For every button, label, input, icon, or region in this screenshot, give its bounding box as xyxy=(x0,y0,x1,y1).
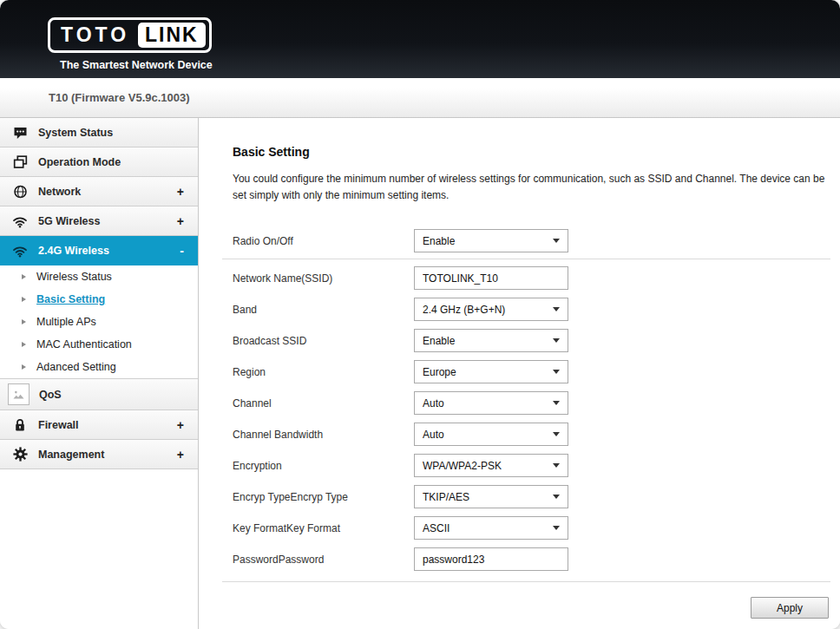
sidebar-item-label: 5G Wireless xyxy=(38,215,177,227)
subitem-label: MAC Authentication xyxy=(36,338,132,351)
expander-plus-icon: + xyxy=(177,185,186,199)
section-divider xyxy=(222,259,830,259)
sidebar-item-label: 2.4G Wireless xyxy=(38,245,180,257)
lock-icon xyxy=(11,418,29,432)
key-format-dropdown[interactable]: ASCII xyxy=(414,516,568,540)
sidebar-subitem-adanced-setting[interactable]: Adanced Setting xyxy=(0,356,198,378)
form-row-band: Band 2.4 GHz (B+G+N) xyxy=(233,298,568,321)
sidebar-nav: System Status Operation Mode Network + xyxy=(0,118,199,629)
form-row-channel-bandwidth: Channel Bandwidth Auto xyxy=(233,423,568,446)
radio-on-off-dropdown[interactable]: Enable xyxy=(414,229,568,252)
sidebar-subitem-mac-authentication[interactable]: MAC Authentication xyxy=(0,333,198,356)
sidebar-item-label: Network xyxy=(38,186,177,198)
sidebar-subitem-multiple-aps[interactable]: Multiple APs xyxy=(0,311,198,333)
sidebar-item-label: QoS xyxy=(39,389,184,401)
expander-minus-icon: - xyxy=(180,244,186,258)
chevron-down-icon xyxy=(553,526,560,534)
dropdown-value: Auto xyxy=(423,429,444,441)
sidebar-item-system-status[interactable]: System Status xyxy=(0,118,198,147)
dropdown-value: 2.4 GHz (B+G+N) xyxy=(423,304,505,316)
chevron-down-icon xyxy=(553,338,560,346)
field-label: Encryption xyxy=(233,460,414,472)
form-row-key-format: Key FormatKey Format ASCII xyxy=(233,516,568,540)
chevron-down-icon xyxy=(553,239,560,246)
totolink-logo: TOTO LINK The Smartest Network Device xyxy=(48,17,213,71)
24g-wireless-submenu: Wireless Status Basic Setting Multiple A… xyxy=(0,265,198,379)
form-row-channel: Channel Auto xyxy=(233,391,568,415)
chat-icon xyxy=(11,126,29,140)
password-input[interactable] xyxy=(414,547,568,571)
page-description: You could configure the minimum number o… xyxy=(233,171,838,203)
gear-icon xyxy=(11,447,29,462)
sidebar-item-label: Operation Mode xyxy=(38,156,184,168)
field-label: Encryp TypeEncryp Type xyxy=(233,491,414,503)
apply-button[interactable]: Apply xyxy=(751,597,829,619)
dropdown-value: Auto xyxy=(423,397,444,410)
main-content: Basic Setting You could configure the mi… xyxy=(199,118,840,629)
expander-plus-icon: + xyxy=(177,418,186,432)
chevron-down-icon xyxy=(553,495,560,502)
encryp-type-dropdown[interactable]: TKIP/AES xyxy=(414,485,568,508)
field-label: Radio On/Off xyxy=(233,235,414,247)
device-firmware-label: T10 (Firmware V5.9c.1003) xyxy=(49,91,190,104)
encryption-dropdown[interactable]: WPA/WPA2-PSK xyxy=(414,454,568,477)
sidebar-item-label: System Status xyxy=(38,127,184,139)
field-label: Band xyxy=(233,304,414,316)
bullet-arrow-icon xyxy=(22,274,29,279)
form-row-radio-on-off: Radio On/Off Enable xyxy=(233,229,568,252)
chevron-down-icon xyxy=(553,307,560,315)
channel-bandwidth-dropdown[interactable]: Auto xyxy=(414,423,568,446)
field-label: Key FormatKey Format xyxy=(233,522,414,534)
sidebar-subitem-wireless-status[interactable]: Wireless Status xyxy=(0,265,198,288)
channel-dropdown[interactable]: Auto xyxy=(414,391,568,415)
ssid-input[interactable] xyxy=(414,266,568,290)
band-dropdown[interactable]: 2.4 GHz (B+G+N) xyxy=(414,298,568,321)
sidebar-item-label: Management xyxy=(38,449,177,461)
sidebar-item-qos[interactable]: QoS xyxy=(0,379,198,410)
wifi-icon xyxy=(11,214,29,228)
subitem-label: Wireless Status xyxy=(36,271,112,283)
expander-plus-icon: + xyxy=(177,448,186,462)
sidebar-item-network[interactable]: Network + xyxy=(0,177,198,206)
globe-icon xyxy=(11,185,29,199)
form-row-encryption: Encryption WPA/WPA2-PSK xyxy=(233,454,568,477)
sidebar-item-label: Firewall xyxy=(38,419,177,431)
sidebar-item-firewall[interactable]: Firewall + xyxy=(0,410,198,440)
subitem-label: Basic Setting xyxy=(36,293,105,305)
field-label: Broadcast SSID xyxy=(233,335,414,347)
bullet-arrow-icon xyxy=(22,364,29,370)
field-label: Network Name(SSID) xyxy=(233,272,414,285)
chevron-down-icon xyxy=(553,432,560,440)
chevron-down-icon xyxy=(553,370,560,377)
logo-text-toto: TOTO xyxy=(61,23,129,47)
brand-header: TOTO LINK The Smartest Network Device xyxy=(0,0,840,78)
router-admin-window: TOTO LINK The Smartest Network Device T1… xyxy=(0,0,840,629)
expander-plus-icon: + xyxy=(177,214,186,228)
image-placeholder-icon xyxy=(8,383,30,405)
bullet-arrow-icon xyxy=(22,319,29,324)
field-label: Region xyxy=(233,366,414,378)
wifi-icon xyxy=(11,244,29,258)
sidebar-item-24g-wireless[interactable]: 2.4G Wireless - xyxy=(0,236,198,265)
page-title: Basic Setting xyxy=(233,145,310,159)
dropdown-value: TKIP/AES xyxy=(423,491,469,503)
windows-icon xyxy=(11,155,29,169)
page-body: System Status Operation Mode Network + xyxy=(0,118,840,629)
form-row-broadcast-ssid: Broadcast SSID Enable xyxy=(233,329,568,352)
form-row-ssid: Network Name(SSID) xyxy=(233,266,568,290)
field-label: Channel xyxy=(233,397,414,410)
broadcast-ssid-dropdown[interactable]: Enable xyxy=(414,329,568,352)
sidebar-subitem-basic-setting[interactable]: Basic Setting xyxy=(0,288,198,311)
form-row-password: PasswordPassword xyxy=(233,547,568,571)
bullet-arrow-icon xyxy=(22,297,29,302)
dropdown-value: Europe xyxy=(423,366,456,378)
sidebar-item-operation-mode[interactable]: Operation Mode xyxy=(0,147,198,177)
sidebar-item-5g-wireless[interactable]: 5G Wireless + xyxy=(0,206,198,236)
dropdown-value: Enable xyxy=(423,235,455,247)
region-dropdown[interactable]: Europe xyxy=(414,360,568,383)
logo-text-link: LINK xyxy=(138,23,206,48)
chevron-down-icon xyxy=(553,401,560,409)
sidebar-item-management[interactable]: Management + xyxy=(0,440,198,469)
dropdown-value: WPA/WPA2-PSK xyxy=(423,460,502,472)
dropdown-value: ASCII xyxy=(423,522,450,534)
